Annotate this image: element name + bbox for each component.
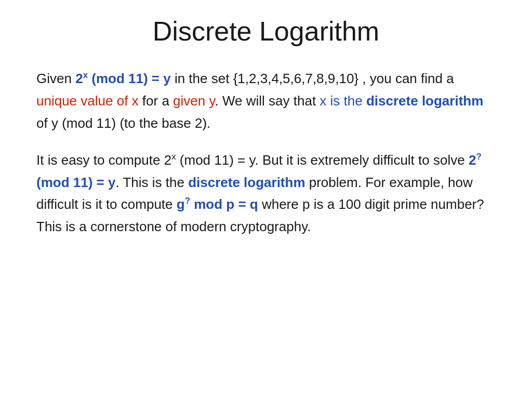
- text-this-is: . This is the: [115, 175, 188, 190]
- content-area: Given 2x (mod 11) = y in the set {1,2,3,…: [36, 68, 496, 252]
- formula-3: g? mod p = q: [177, 196, 258, 212]
- text-given: Given: [36, 71, 75, 86]
- text-for-a: for a: [139, 93, 173, 109]
- page: Discrete Logarithm Given 2x (mod 11) = y…: [0, 0, 532, 399]
- text-easy-compute: It is easy to compute 2x (mod 11) = y. B…: [36, 152, 469, 168]
- page-title: Discrete Logarithm: [36, 16, 496, 47]
- text-in-set: in the set {1,2,3,4,5,6,7,8,9,10} , you …: [171, 71, 454, 86]
- formula-1: 2x (mod 11) = y: [75, 71, 171, 86]
- text-unique-value: unique value of x: [36, 93, 139, 109]
- text-x-is-the: x is the discrete logarithm: [320, 93, 483, 109]
- paragraph-2: It is easy to compute 2x (mod 11) = y. B…: [36, 149, 496, 238]
- text-of-y: of y (mod 11) (to the base 2).: [36, 115, 210, 131]
- text-discrete-log-1: discrete logarithm: [366, 93, 483, 109]
- text-given-y: given y: [173, 93, 215, 109]
- paragraph-1: Given 2x (mod 11) = y in the set {1,2,3,…: [36, 68, 496, 135]
- text-discrete-log-2: discrete logarithm: [188, 175, 305, 190]
- text-we-will-say: . We will say that: [215, 93, 320, 109]
